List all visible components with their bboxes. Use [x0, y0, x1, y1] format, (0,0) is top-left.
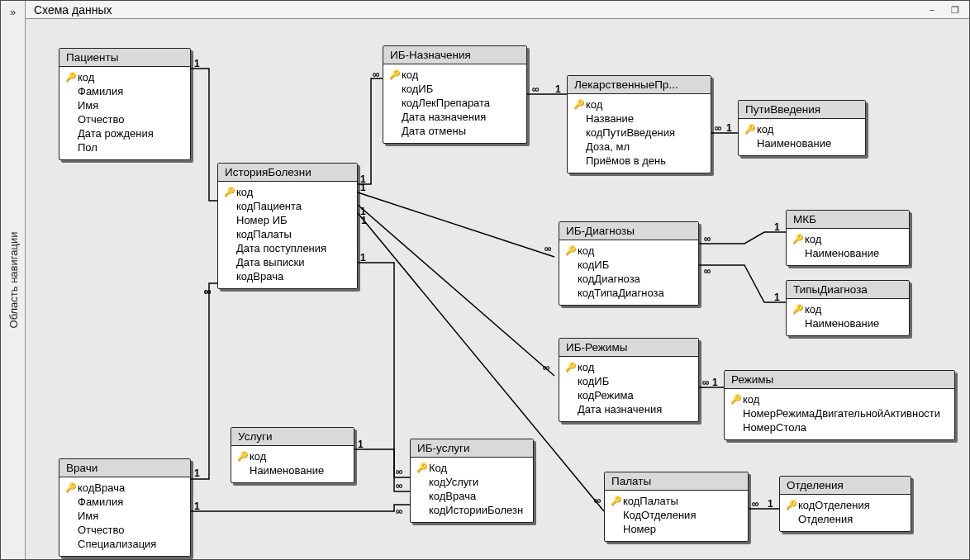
field-row[interactable]: Приёмов в день [569, 154, 709, 168]
entity-patients[interactable]: Пациенты🔑кодФамилияИмяОтчествоДата рожде… [59, 48, 191, 160]
entity-mkb[interactable]: МКБ🔑кодНаименование [786, 210, 910, 266]
entity-title[interactable]: Пациенты [59, 49, 190, 67]
entity-title[interactable]: ИБ-Назначения [383, 46, 526, 64]
field-row[interactable]: КодОтделения [606, 508, 746, 522]
field-row[interactable]: кодДиагноза [561, 272, 697, 286]
field-row[interactable]: Дата назначения [561, 402, 697, 416]
entity-services[interactable]: Услуги🔑кодНаименование [231, 427, 354, 483]
field-name: Имя [78, 509, 185, 523]
field-row[interactable]: Наименование [740, 136, 863, 150]
field-row[interactable]: кодРежима [561, 388, 697, 402]
field-row[interactable]: 🔑кодВрача [61, 481, 188, 495]
field-row[interactable]: кодТипаДиагноза [561, 286, 697, 300]
field-name: кодИБ [578, 374, 693, 388]
field-name: код [757, 122, 860, 136]
entity-title[interactable]: Режимы [725, 371, 954, 389]
entity-title[interactable]: МКБ [787, 211, 909, 229]
entity-rezhimy[interactable]: Режимы🔑кодНомерРежимаДвигательнойАктивно… [724, 370, 955, 440]
restore-icon[interactable]: ❐ [948, 3, 963, 17]
field-row[interactable]: 🔑код [561, 360, 697, 374]
field-row[interactable]: кодИсторииБолезн [412, 503, 531, 517]
field-row[interactable]: 🔑код [385, 68, 525, 82]
entity-title[interactable]: ЛекарственныеПр... [568, 76, 711, 94]
field-row[interactable]: кодУслуги [412, 475, 531, 489]
field-row[interactable]: Имя [61, 509, 188, 523]
field-row[interactable]: 🔑код [61, 70, 188, 84]
entity-drugs[interactable]: ЛекарственныеПр...🔑кодНазваниекодПутиВве… [567, 75, 711, 173]
field-row[interactable]: Номер ИБ [220, 213, 355, 227]
field-row[interactable]: 🔑код [788, 302, 907, 316]
entity-diagtypes[interactable]: ТипыДиагноза🔑кодНаименование [786, 280, 910, 336]
entity-title[interactable]: ПутиВведения [739, 101, 865, 119]
field-row[interactable]: Наименование [788, 316, 907, 330]
field-row[interactable]: Дата рождения [61, 126, 188, 140]
entity-ib_naz[interactable]: ИБ-Назначения🔑кодкодИБкодЛекПрепаратаДат… [383, 45, 527, 144]
field-row[interactable]: Отделения [782, 512, 909, 526]
minimize-icon[interactable]: − [925, 3, 939, 17]
field-row[interactable]: Название [569, 112, 709, 126]
entity-title[interactable]: ИБ-Диагнозы [559, 222, 698, 240]
field-row[interactable]: кодИБ [561, 258, 697, 272]
field-row[interactable]: Номер [606, 522, 746, 536]
entity-title[interactable]: Услуги [231, 428, 354, 446]
field-row[interactable]: 🔑код [220, 185, 355, 199]
field-row[interactable]: Дата выписки [220, 255, 355, 269]
field-row[interactable]: 🔑код [561, 244, 697, 258]
field-row[interactable]: 🔑кодОтделения [782, 498, 909, 512]
field-row[interactable]: НомерСтола [726, 420, 953, 434]
entity-routes[interactable]: ПутиВведения🔑кодНаименование [738, 100, 866, 156]
relationships-canvas[interactable]: Пациенты🔑кодФамилияИмяОтчествоДата рожде… [26, 19, 969, 559]
cardinality-one: 1 [360, 252, 366, 263]
field-row[interactable]: кодПалаты [220, 227, 355, 241]
entity-ib_rezh[interactable]: ИБ-Режимы🔑кодкодИБкодРежимаДата назначен… [559, 338, 699, 422]
primary-key-icon: 🔑 [64, 70, 78, 84]
entity-ib_diag[interactable]: ИБ-Диагнозы🔑кодкодИБкодДиагнозакодТипаДи… [559, 221, 699, 306]
field-row[interactable]: 🔑кодПалаты [606, 494, 746, 508]
field-row[interactable]: 🔑код [569, 97, 709, 112]
field-row[interactable]: Доза, мл [569, 140, 709, 154]
entity-title[interactable]: Врачи [59, 459, 190, 477]
field-row[interactable]: Отчество [61, 112, 188, 126]
field-row[interactable]: кодПутиВведения [569, 126, 709, 140]
field-row[interactable]: Специализация [61, 537, 188, 551]
navigation-pane-collapsed[interactable]: » Область навигации [1, 1, 26, 559]
entity-title[interactable]: ТипыДиагноза [787, 281, 909, 299]
field-row[interactable]: 🔑код [233, 449, 352, 463]
field-row[interactable]: 🔑код [788, 232, 907, 246]
field-row[interactable]: 🔑код [740, 122, 863, 136]
field-row[interactable]: НомерРежимаДвигательнойАктивности [726, 406, 953, 420]
entity-ib_uslugi[interactable]: ИБ-услуги🔑КодкодУслугикодВрачакодИстории… [410, 439, 534, 523]
field-row[interactable]: Наименование [788, 246, 907, 260]
field-row[interactable]: кодЛекПрепарата [385, 96, 525, 110]
entity-title[interactable]: ИБ-услуги [411, 439, 533, 458]
primary-key-icon: 🔑 [573, 97, 586, 112]
field-row[interactable]: Дата назначения [385, 110, 525, 124]
tab-title[interactable]: Схема данных [34, 3, 112, 17]
entity-otdel[interactable]: Отделения🔑кодОтделенияОтделения [779, 476, 911, 532]
field-row[interactable]: Дата отмены [385, 124, 525, 138]
entity-history[interactable]: ИсторияБолезни🔑кодкодПациентаНомер ИБкод… [217, 163, 358, 289]
entity-title[interactable]: Отделения [780, 477, 911, 495]
field-row[interactable]: Имя [61, 98, 188, 112]
entity-title[interactable]: Палаты [605, 472, 748, 491]
field-row[interactable]: кодПациента [220, 199, 355, 213]
field-row[interactable]: Пол [61, 140, 188, 154]
entity-palaty[interactable]: Палаты🔑кодПалатыКодОтделенияНомер [604, 472, 749, 542]
expand-nav-icon[interactable]: » [1, 1, 25, 18]
field-row[interactable]: Дата поступления [220, 241, 355, 255]
document-tab-bar: Схема данных − ❐ [26, 1, 969, 19]
entity-title[interactable]: ИсторияБолезни [218, 164, 357, 182]
field-row[interactable]: кодИБ [385, 82, 525, 96]
field-row[interactable]: Фамилия [61, 84, 188, 98]
field-row[interactable]: кодИБ [561, 374, 697, 388]
cardinality-many: ∞ [396, 466, 403, 477]
entity-doctors[interactable]: Врачи🔑кодВрачаФамилияИмяОтчествоСпециали… [59, 458, 191, 557]
field-row[interactable]: кодВрача [412, 489, 531, 503]
entity-title[interactable]: ИБ-Режимы [559, 339, 698, 357]
field-row[interactable]: Отчество [61, 523, 188, 537]
field-row[interactable]: Фамилия [61, 495, 188, 509]
field-row[interactable]: 🔑код [726, 392, 953, 406]
field-row[interactable]: Наименование [233, 463, 352, 477]
field-row[interactable]: 🔑Код [412, 461, 531, 475]
field-row[interactable]: кодВрача [220, 269, 355, 283]
